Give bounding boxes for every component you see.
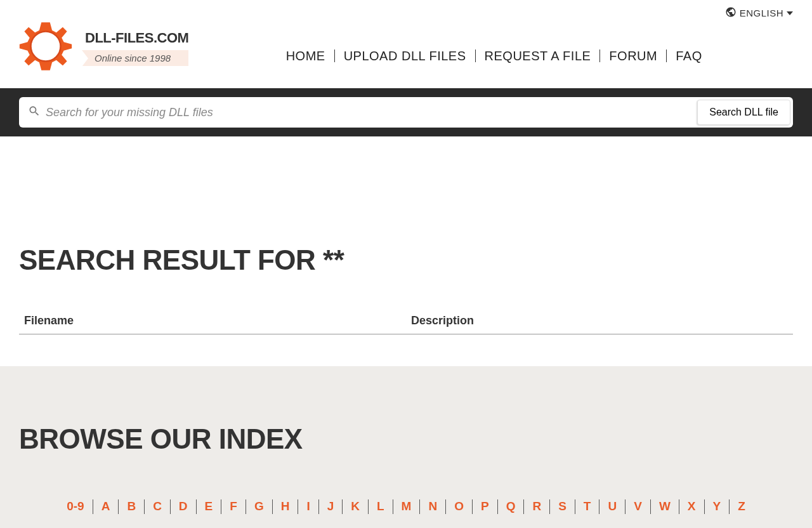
search-input[interactable] bbox=[46, 98, 690, 127]
globe-icon bbox=[725, 6, 737, 20]
index-s[interactable]: S bbox=[550, 499, 575, 514]
results-table: Filename Description bbox=[19, 308, 793, 334]
index-m[interactable]: M bbox=[393, 499, 421, 514]
index-c[interactable]: C bbox=[145, 499, 171, 514]
index-i[interactable]: I bbox=[298, 499, 318, 514]
tagline: Online since 1998 bbox=[82, 50, 188, 66]
index-k[interactable]: K bbox=[343, 499, 369, 514]
index-o[interactable]: O bbox=[446, 499, 473, 514]
index-v[interactable]: V bbox=[625, 499, 651, 514]
index-y[interactable]: Y bbox=[705, 499, 730, 514]
index-t[interactable]: T bbox=[575, 499, 600, 514]
index-list: 0-9 A B C D E F G H I J K L M N O P Q R … bbox=[19, 499, 793, 514]
index-p[interactable]: P bbox=[473, 499, 498, 514]
page-title: SEARCH RESULT FOR ** bbox=[19, 244, 793, 276]
index-h[interactable]: H bbox=[273, 499, 299, 514]
column-description: Description bbox=[406, 308, 793, 334]
browse-title: BROWSE OUR INDEX bbox=[19, 423, 793, 455]
index-j[interactable]: J bbox=[319, 499, 343, 514]
index-0-9[interactable]: 0-9 bbox=[58, 499, 93, 514]
column-filename: Filename bbox=[19, 308, 406, 334]
logo-icon[interactable] bbox=[19, 20, 72, 76]
index-f[interactable]: F bbox=[221, 499, 246, 514]
language-label: ENGLISH bbox=[740, 8, 783, 18]
index-r[interactable]: R bbox=[524, 499, 550, 514]
search-icon bbox=[28, 105, 41, 120]
index-a[interactable]: A bbox=[93, 499, 119, 514]
main-nav: HOME UPLOAD DLL FILES REQUEST A FILE FOR… bbox=[195, 50, 793, 62]
nav-home[interactable]: HOME bbox=[277, 50, 335, 62]
nav-faq[interactable]: FAQ bbox=[667, 50, 711, 62]
index-d[interactable]: D bbox=[171, 499, 197, 514]
nav-upload[interactable]: UPLOAD DLL FILES bbox=[335, 50, 476, 62]
index-u[interactable]: U bbox=[599, 499, 625, 514]
site-title: DLL-FILES.COM bbox=[85, 30, 188, 46]
language-selector[interactable]: ENGLISH bbox=[725, 6, 793, 20]
index-x[interactable]: X bbox=[679, 499, 705, 514]
nav-request[interactable]: REQUEST A FILE bbox=[476, 50, 601, 62]
nav-forum[interactable]: FORUM bbox=[600, 50, 667, 62]
index-q[interactable]: Q bbox=[498, 499, 525, 514]
caret-down-icon bbox=[787, 8, 793, 18]
index-n[interactable]: N bbox=[420, 499, 446, 514]
svg-point-1 bbox=[36, 37, 55, 56]
index-l[interactable]: L bbox=[369, 499, 393, 514]
index-w[interactable]: W bbox=[651, 499, 679, 514]
index-z[interactable]: Z bbox=[730, 499, 754, 514]
search-button[interactable]: Search DLL file bbox=[697, 100, 790, 125]
index-e[interactable]: E bbox=[197, 499, 222, 514]
index-b[interactable]: B bbox=[119, 499, 145, 514]
index-g[interactable]: G bbox=[246, 499, 273, 514]
